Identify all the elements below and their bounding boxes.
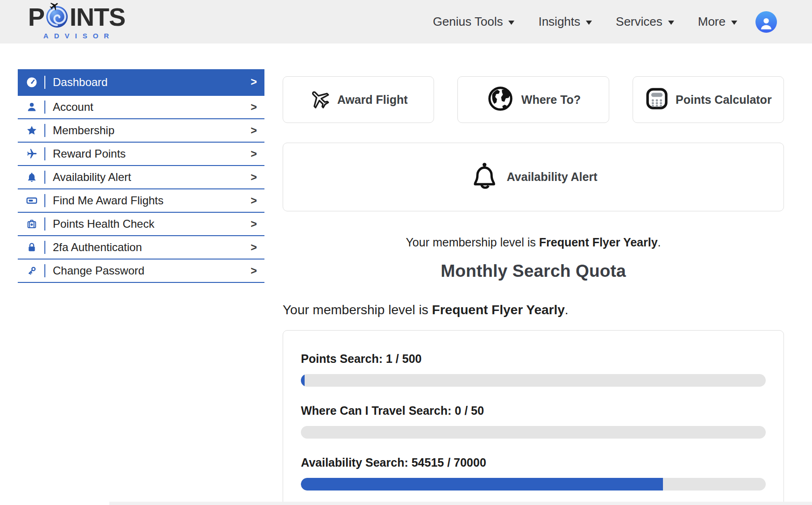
- nav-genius-tools-label: Genius Tools: [433, 14, 503, 29]
- quota-label: Availability Search: 54515 / 70000: [301, 456, 766, 469]
- chevron-down-icon: [731, 20, 738, 25]
- sidebar-item-label: Membership: [53, 124, 114, 137]
- quota-row-points-search: Points Search: 1 / 500: [301, 352, 766, 387]
- page-title: Monthly Search Quota: [283, 261, 784, 281]
- pipe-separator: [44, 217, 45, 231]
- logo-wordmark: P INTS: [28, 4, 125, 29]
- logo-globe-swirl-icon: [45, 5, 69, 29]
- points-calculator-card[interactable]: Points Calculator: [633, 76, 784, 123]
- logo[interactable]: P INTS ADVISOR: [28, 4, 125, 40]
- sidebar-item-membership[interactable]: Membership >: [18, 119, 264, 143]
- membership-level-text-centered: Your membership level is Frequent Flyer …: [283, 236, 784, 249]
- nav-more-label: More: [698, 14, 726, 29]
- ticket-icon: [26, 195, 37, 206]
- sidebar-item-2fa-authentication[interactable]: 2fa Authentication >: [18, 236, 264, 260]
- chevron-right-icon: >: [251, 76, 257, 88]
- sidebar-item-label: Points Health Check: [53, 217, 154, 231]
- pipe-separator: [44, 241, 45, 254]
- card-label: Award Flight: [337, 93, 408, 107]
- sidebar-item-label: Reward Points: [53, 147, 126, 160]
- user-icon: [26, 101, 37, 113]
- pipe-separator: [44, 147, 45, 160]
- card-label: Availability Alert: [506, 170, 597, 184]
- membership-level-text-left: Your membership level is Frequent Flyer …: [283, 303, 784, 317]
- nav-more[interactable]: More: [698, 14, 738, 29]
- main-content: Award Flight Where To?: [283, 76, 784, 505]
- membership-level-value: Frequent Flyer Yearly: [432, 303, 565, 317]
- calculator-icon: [645, 87, 669, 113]
- sidebar: Dashboard > Account > Membership >: [18, 69, 264, 283]
- pipe-separator: [44, 194, 45, 207]
- plane-outline-icon: [309, 88, 331, 111]
- chevron-right-icon: >: [251, 148, 257, 160]
- footer-strip: [109, 502, 812, 505]
- progress-fill: [301, 478, 663, 491]
- logo-subtitle: ADVISOR: [43, 32, 114, 40]
- quota-label: Where Can I Travel Search: 0 / 50: [301, 404, 766, 418]
- where-to-card[interactable]: Where To?: [457, 76, 609, 123]
- chevron-right-icon: >: [251, 124, 257, 137]
- chevron-right-icon: >: [251, 241, 257, 254]
- chevron-right-icon: >: [251, 101, 257, 114]
- nav-services-label: Services: [616, 14, 662, 29]
- sidebar-item-label: 2fa Authentication: [53, 241, 142, 254]
- nav-insights[interactable]: Insights: [538, 14, 592, 29]
- pipe-separator: [44, 124, 45, 137]
- pipe-separator: [44, 76, 45, 89]
- sidebar-item-availability-alert[interactable]: Availability Alert >: [18, 166, 264, 189]
- card-label: Where To?: [521, 93, 581, 107]
- nav-services[interactable]: Services: [616, 14, 675, 29]
- quick-links-row: Award Flight Where To?: [283, 76, 784, 123]
- speedometer-icon: [26, 77, 37, 88]
- quota-label: Points Search: 1 / 500: [301, 352, 766, 366]
- main-nav: Genius Tools Insights Services More: [433, 14, 738, 29]
- header: P INTS ADVISOR: [0, 0, 812, 43]
- pipe-separator: [44, 171, 45, 184]
- chevron-right-icon: >: [251, 195, 257, 207]
- membership-level-value: Frequent Flyer Yearly: [539, 236, 658, 249]
- sidebar-item-label: Change Password: [53, 264, 144, 277]
- sidebar-item-change-password[interactable]: Change Password >: [18, 260, 264, 283]
- quota-row-availability-search: Availability Search: 54515 / 70000: [301, 456, 766, 491]
- nav-genius-tools[interactable]: Genius Tools: [433, 14, 515, 29]
- plane-icon: [26, 148, 37, 159]
- progress-fill: [301, 374, 305, 387]
- chevron-right-icon: >: [251, 265, 257, 277]
- lock-icon: [26, 242, 37, 253]
- nav-insights-label: Insights: [538, 14, 580, 29]
- user-avatar-button[interactable]: [755, 11, 777, 33]
- sidebar-item-points-health-check[interactable]: Points Health Check >: [18, 213, 264, 236]
- progress-bar-points-search: [301, 374, 766, 387]
- globe-icon: [486, 84, 515, 115]
- chevron-down-icon: [508, 20, 515, 25]
- chevron-right-icon: >: [251, 218, 257, 231]
- sidebar-item-find-me-award-flights[interactable]: Find Me Award Flights >: [18, 189, 264, 213]
- user-icon: [758, 15, 774, 31]
- sidebar-item-label: Dashboard: [53, 76, 107, 89]
- medical-kit-icon: [26, 218, 37, 230]
- progress-bar-availability-search: [301, 478, 766, 491]
- quota-row-where-can-i-travel: Where Can I Travel Search: 0 / 50: [301, 404, 766, 439]
- logo-plane-icon: [49, 1, 59, 11]
- progress-bar-where-can-i-travel: [301, 426, 766, 439]
- sidebar-item-dashboard[interactable]: Dashboard >: [18, 69, 264, 96]
- star-icon: [26, 125, 37, 136]
- award-flight-card[interactable]: Award Flight: [283, 76, 434, 123]
- sidebar-item-reward-points[interactable]: Reward Points >: [18, 143, 264, 166]
- bell-icon: [26, 172, 37, 183]
- chevron-right-icon: >: [251, 171, 257, 184]
- chevron-down-icon: [585, 20, 592, 25]
- quota-card: Points Search: 1 / 500 Where Can I Trave…: [283, 330, 784, 505]
- sidebar-item-account[interactable]: Account >: [18, 96, 264, 119]
- sidebar-item-label: Find Me Award Flights: [53, 194, 164, 207]
- availability-alert-card[interactable]: Availability Alert: [283, 143, 784, 211]
- pipe-separator: [44, 101, 45, 114]
- pipe-separator: [44, 264, 45, 277]
- sidebar-item-label: Availability Alert: [53, 171, 131, 184]
- chevron-down-icon: [668, 20, 675, 25]
- sidebar-item-label: Account: [53, 101, 93, 114]
- bell-outline-icon: [469, 161, 500, 194]
- key-icon: [26, 265, 37, 276]
- card-label: Points Calculator: [676, 93, 772, 107]
- logo-text-end: INTS: [70, 4, 125, 29]
